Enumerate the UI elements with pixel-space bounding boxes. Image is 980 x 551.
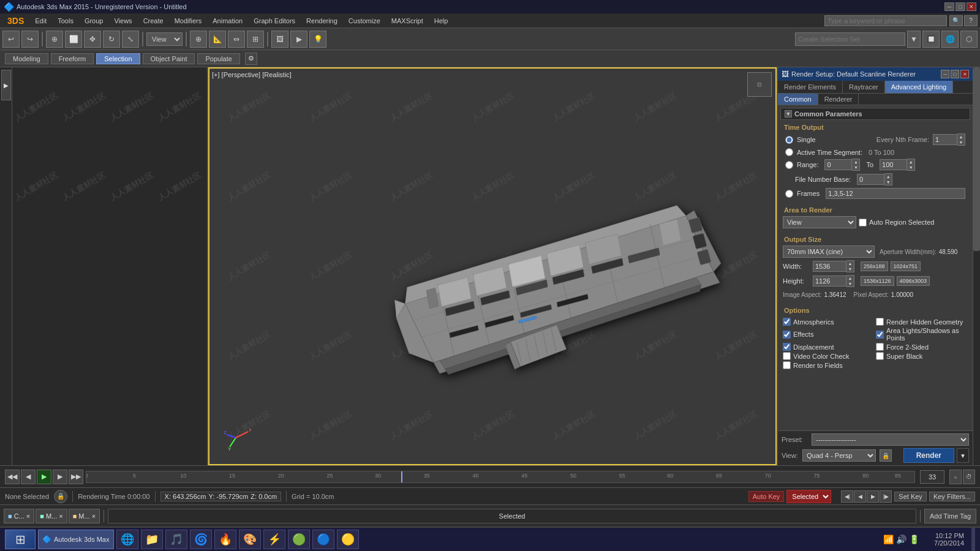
menu-3dsmax[interactable]: 3DS bbox=[2, 15, 29, 27]
tab-populate[interactable]: Populate bbox=[197, 53, 239, 64]
menu-group[interactable]: Group bbox=[80, 16, 108, 26]
preset-1024[interactable]: 1024x751 bbox=[891, 261, 921, 271]
output-preset-select[interactable]: 70mm IMAX (cine) Custom HDTV bbox=[783, 246, 875, 258]
displacement-checkbox[interactable] bbox=[783, 343, 791, 351]
taskbar-photoshop[interactable]: 🎨 bbox=[239, 530, 261, 549]
tab-selection[interactable]: Selection bbox=[96, 53, 140, 64]
minimize-button[interactable]: ─ bbox=[944, 2, 954, 11]
next-1-btn[interactable]: ▶ bbox=[53, 470, 67, 484]
show-desktop-btn[interactable] bbox=[971, 528, 975, 551]
selection-lock-btn[interactable]: 🔒 bbox=[54, 490, 67, 503]
active-shade-btn[interactable]: 💡 bbox=[309, 31, 326, 48]
render-fields-checkbox[interactable] bbox=[783, 361, 791, 369]
range-from-spinbox[interactable]: ▲ ▼ bbox=[824, 159, 860, 171]
search-input[interactable] bbox=[824, 15, 947, 26]
menu-graph-editors[interactable]: Graph Editors bbox=[249, 16, 300, 26]
range-radio[interactable] bbox=[785, 161, 793, 169]
create-selection-input[interactable] bbox=[795, 32, 905, 46]
force-2sided-checkbox[interactable] bbox=[876, 343, 884, 351]
tab-advanced-lighting[interactable]: Advanced Lighting bbox=[885, 81, 954, 93]
tray-battery[interactable]: 🔋 bbox=[909, 534, 919, 544]
left-strip-handle[interactable]: ▶ bbox=[1, 70, 11, 100]
mirror-tool[interactable]: ⇔ bbox=[228, 31, 245, 48]
menu-rendering[interactable]: Rendering bbox=[301, 16, 342, 26]
render-setup-btn[interactable]: 🖼 bbox=[271, 31, 288, 48]
prev-frame-btn[interactable]: ◀◀ bbox=[5, 470, 20, 484]
render-scrollbar[interactable] bbox=[973, 67, 980, 465]
add-time-tag-btn[interactable]: Add Time Tag bbox=[924, 509, 976, 523]
select-tool[interactable]: ⊕ bbox=[46, 31, 63, 48]
tab-options-btn[interactable]: ⚙ bbox=[245, 53, 257, 65]
view-dropdown[interactable]: View World Local bbox=[146, 32, 183, 46]
taskbar-3dsmax[interactable]: 🔷 Autodesk 3ds Max bbox=[38, 530, 114, 549]
taskbar-app2[interactable]: 🔥 bbox=[214, 530, 236, 549]
every-nth-down[interactable]: ▼ bbox=[957, 140, 965, 145]
file-number-down[interactable]: ▼ bbox=[884, 179, 892, 185]
material-editor-btn[interactable]: ⬡ bbox=[960, 31, 978, 48]
play-back-btn[interactable]: ◀ bbox=[854, 490, 866, 503]
autokey-btn[interactable]: Auto Key bbox=[748, 491, 785, 502]
range-to-input[interactable] bbox=[880, 159, 907, 170]
redo-button[interactable]: ↪ bbox=[21, 31, 39, 48]
rotate-tool[interactable]: ↻ bbox=[103, 31, 120, 48]
prev-1-btn[interactable]: ◀ bbox=[21, 470, 36, 484]
taskbar-ie[interactable]: 🌐 bbox=[116, 530, 138, 549]
taskbar-app4[interactable]: 🟢 bbox=[288, 530, 310, 549]
maximize-button[interactable]: □ bbox=[956, 2, 965, 11]
menu-create[interactable]: Create bbox=[138, 16, 168, 26]
range-to-up[interactable]: ▲ bbox=[907, 159, 914, 165]
search-button[interactable]: 🔍 bbox=[949, 15, 963, 26]
select-region-tool[interactable]: ⬜ bbox=[65, 31, 82, 48]
cursor-tool[interactable]: ⊕ bbox=[190, 31, 207, 48]
modify-tab2[interactable]: ■ M... × bbox=[69, 509, 100, 523]
range-from-down[interactable]: ▼ bbox=[852, 165, 859, 170]
taskbar-app6[interactable]: 🟡 bbox=[337, 530, 359, 549]
menu-modifiers[interactable]: Modifiers bbox=[170, 16, 207, 26]
timeline-ruler[interactable]: 0 5 10 15 20 25 30 35 40 45 50 55 60 65 … bbox=[86, 471, 915, 483]
move-tool[interactable]: ✥ bbox=[84, 31, 101, 48]
file-number-up[interactable]: ▲ bbox=[884, 174, 892, 179]
render-btn[interactable]: ▶ bbox=[290, 31, 307, 48]
frames-radio[interactable] bbox=[785, 190, 793, 198]
every-nth-input[interactable] bbox=[933, 134, 957, 145]
atmospherics-checkbox[interactable] bbox=[783, 318, 791, 326]
view-lock-btn[interactable]: 🔒 bbox=[880, 449, 892, 462]
every-nth-spinbox[interactable]: ▲ ▼ bbox=[933, 133, 965, 146]
width-up[interactable]: ▲ bbox=[846, 261, 854, 266]
menu-tools[interactable]: Tools bbox=[53, 16, 78, 26]
taskbar-media[interactable]: 🎵 bbox=[165, 530, 187, 549]
menu-views[interactable]: Views bbox=[109, 16, 137, 26]
range-from-input[interactable] bbox=[824, 159, 852, 170]
range-from-up[interactable]: ▲ bbox=[852, 159, 859, 165]
file-number-spinbox[interactable]: ▲ ▼ bbox=[857, 173, 892, 186]
taskbar-app3[interactable]: ⚡ bbox=[263, 530, 285, 549]
super-black-checkbox[interactable] bbox=[876, 352, 884, 360]
frame-input[interactable] bbox=[920, 470, 944, 484]
close-button[interactable]: ✕ bbox=[967, 2, 976, 11]
playhead[interactable] bbox=[401, 471, 402, 482]
single-radio[interactable] bbox=[785, 136, 793, 144]
create-tab[interactable]: ■ C... × bbox=[4, 509, 34, 523]
prev-key-btn[interactable]: ◀| bbox=[841, 490, 853, 503]
main-viewport[interactable]: 人人素材社区 人人素材社区 人人素材社区 人人素材社区 人人素材社区 人人素材社… bbox=[208, 67, 777, 465]
snap-tool[interactable]: 📐 bbox=[209, 31, 226, 48]
help-icon[interactable]: ? bbox=[964, 15, 978, 26]
menu-edit[interactable]: Edit bbox=[30, 16, 51, 26]
height-spinbox[interactable]: ▲ ▼ bbox=[813, 275, 854, 287]
render-panel-maximize[interactable]: □ bbox=[951, 70, 959, 78]
effects-checkbox[interactable] bbox=[783, 331, 791, 339]
subtab-common[interactable]: Common bbox=[778, 94, 818, 105]
subtab-renderer[interactable]: Renderer bbox=[818, 94, 859, 105]
every-nth-up[interactable]: ▲ bbox=[957, 134, 965, 140]
range-to-down[interactable]: ▼ bbox=[907, 165, 914, 170]
menu-maxscript[interactable]: MAXScript bbox=[386, 16, 428, 26]
render-large-btn[interactable]: 🔲 bbox=[922, 31, 940, 48]
tab-render-elements[interactable]: Render Elements bbox=[778, 81, 843, 93]
next-key-btn[interactable]: |▶ bbox=[880, 490, 892, 503]
time-config-btn[interactable]: ⏱ bbox=[963, 470, 975, 484]
tab-modeling[interactable]: Modeling bbox=[5, 53, 48, 64]
render-panel-minimize[interactable]: ─ bbox=[941, 70, 949, 78]
auto-region-checkbox[interactable] bbox=[859, 219, 867, 227]
key-mode-btn[interactable]: ⬦ bbox=[949, 470, 962, 484]
taskbar-app1[interactable]: 🌀 bbox=[190, 530, 212, 549]
